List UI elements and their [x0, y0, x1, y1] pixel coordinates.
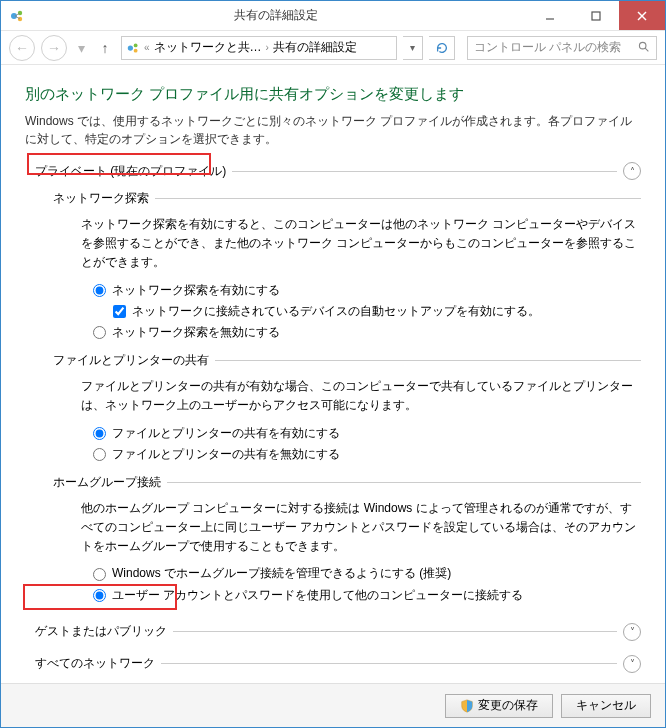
svg-rect-6 [592, 12, 600, 20]
search-input[interactable]: コントロール パネルの検索 [467, 36, 657, 60]
section-all-label: すべてのネットワーク [35, 655, 161, 672]
back-button[interactable]: ← [9, 35, 35, 61]
radio-hg-user[interactable]: ユーザー アカウントとパスワードを使用して他のコンピューターに接続する [93, 586, 641, 605]
subsection-network-discovery: ネットワーク探索 ネットワーク探索を有効にすると、このコンピューターは他のネット… [53, 190, 641, 342]
svg-point-10 [134, 43, 138, 47]
radio-input[interactable] [93, 589, 106, 602]
section-guest-header[interactable]: ゲストまたはパブリック ˅ [35, 623, 641, 641]
breadcrumb[interactable]: « ネットワークと共… › 共有の詳細設定 [121, 36, 397, 60]
chevron-down-icon[interactable]: ˅ [623, 623, 641, 641]
subsection-file-printer: ファイルとプリンターの共有 ファイルとプリンターの共有が有効な場合、このコンピュ… [53, 352, 641, 464]
radio-fp-on[interactable]: ファイルとプリンターの共有を有効にする [93, 424, 641, 443]
subsection-title: ファイルとプリンターの共有 [53, 352, 215, 369]
chevron-down-icon[interactable]: ˅ [623, 655, 641, 673]
bottom-bar: 変更の保存 キャンセル [1, 683, 665, 727]
subsection-desc: 他のホームグループ コンピューターに対する接続は Windows によって管理さ… [81, 499, 641, 557]
radio-input[interactable] [93, 284, 106, 297]
subsection-title: ホームグループ接続 [53, 474, 167, 491]
section-private-label: プライベート (現在のプロファイル) [35, 163, 232, 180]
radio-input[interactable] [93, 326, 106, 339]
chevron-right-icon: « [144, 42, 150, 53]
divider [167, 482, 641, 483]
radio-input[interactable] [93, 427, 106, 440]
radio-nd-off[interactable]: ネットワーク探索を無効にする [93, 323, 641, 342]
breadcrumb-segment[interactable]: ネットワークと共… [154, 39, 262, 56]
maximize-button[interactable] [573, 1, 619, 30]
window-frame: 共有の詳細設定 ← → ▾ ↑ « ネットワークと共… › 共有の詳細設定 [0, 0, 666, 728]
radio-input[interactable] [93, 568, 106, 581]
divider [161, 663, 617, 664]
radio-hg-manage[interactable]: Windows でホームグループ接続を管理できるようにする (推奨) [93, 564, 641, 583]
chevron-up-icon[interactable]: ˄ [623, 162, 641, 180]
radio-input[interactable] [93, 448, 106, 461]
close-button[interactable] [619, 1, 665, 30]
up-button[interactable]: ↑ [95, 40, 115, 56]
titlebar: 共有の詳細設定 [1, 1, 665, 31]
svg-point-11 [134, 48, 138, 52]
svg-point-9 [128, 45, 133, 50]
section-all-header[interactable]: すべてのネットワーク ˅ [35, 655, 641, 673]
navbar: ← → ▾ ↑ « ネットワークと共… › 共有の詳細設定 ▾ コントロール パ… [1, 31, 665, 65]
history-dropdown[interactable]: ▾ [73, 35, 89, 61]
breadcrumb-segment[interactable]: 共有の詳細設定 [273, 39, 357, 56]
cancel-button[interactable]: キャンセル [561, 694, 651, 718]
chevron-right-icon: › [266, 42, 269, 53]
section-private-header[interactable]: プライベート (現在のプロファイル) ˄ [35, 162, 641, 180]
search-icon [637, 40, 650, 56]
subsection-title: ネットワーク探索 [53, 190, 155, 207]
refresh-button[interactable] [429, 36, 455, 60]
radio-fp-off[interactable]: ファイルとプリンターの共有を無効にする [93, 445, 641, 464]
window-title: 共有の詳細設定 [25, 7, 527, 24]
breadcrumb-dropdown[interactable]: ▾ [403, 36, 423, 60]
subsection-desc: ファイルとプリンターの共有が有効な場合、このコンピューターで共有しているファイル… [81, 377, 641, 415]
shield-icon [460, 699, 474, 713]
page-heading: 別のネットワーク プロファイル用に共有オプションを変更します [25, 85, 641, 104]
subsection-desc: ネットワーク探索を有効にすると、このコンピューターは他のネットワーク コンピュー… [81, 215, 641, 273]
divider [232, 171, 617, 172]
svg-point-0 [11, 13, 17, 19]
save-button[interactable]: 変更の保存 [445, 694, 553, 718]
page-description: Windows では、使用するネットワークごとに別々のネットワーク プロファイル… [25, 112, 641, 148]
divider [173, 631, 617, 632]
window-controls [527, 1, 665, 30]
app-icon [9, 8, 25, 24]
divider [215, 360, 641, 361]
minimize-button[interactable] [527, 1, 573, 30]
divider [155, 198, 641, 199]
forward-button[interactable]: → [41, 35, 67, 61]
content-area: 別のネットワーク プロファイル用に共有オプションを変更します Windows で… [1, 65, 665, 683]
search-placeholder: コントロール パネルの検索 [474, 39, 621, 56]
checkbox-nd-auto[interactable]: ネットワークに接続されているデバイスの自動セットアップを有効にする。 [113, 302, 641, 321]
subsection-homegroup: ホームグループ接続 他のホームグループ コンピューターに対する接続は Windo… [53, 474, 641, 605]
checkbox-input[interactable] [113, 305, 126, 318]
svg-point-12 [639, 42, 646, 49]
svg-line-13 [645, 48, 648, 51]
network-icon [126, 41, 140, 55]
section-guest-label: ゲストまたはパブリック [35, 623, 173, 640]
radio-nd-on[interactable]: ネットワーク探索を有効にする [93, 281, 641, 300]
